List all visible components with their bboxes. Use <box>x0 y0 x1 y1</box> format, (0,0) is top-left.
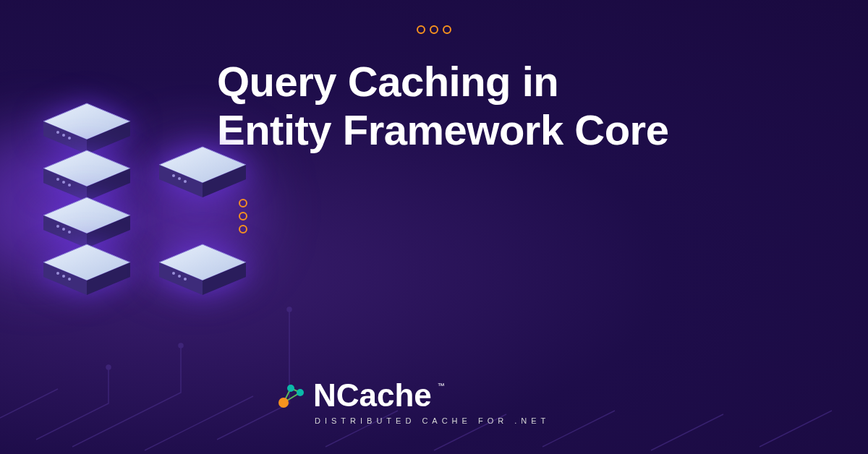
top-circles-decoration <box>417 25 451 34</box>
svg-point-30 <box>172 174 175 177</box>
ncache-logo-icon <box>275 380 307 412</box>
title-line-1: Query Caching in <box>217 58 668 106</box>
server-illustration <box>14 100 304 403</box>
svg-point-13 <box>62 181 65 184</box>
svg-point-31 <box>178 177 181 180</box>
brand-name-text: NCache <box>313 377 432 413</box>
svg-point-12 <box>56 178 59 181</box>
svg-point-37 <box>178 275 181 278</box>
circle-outline-icon <box>443 25 451 34</box>
svg-point-26 <box>68 278 71 280</box>
svg-point-7 <box>62 134 65 137</box>
brand-name: NCache ™ <box>313 377 432 414</box>
server-box-icon <box>152 241 253 306</box>
svg-point-38 <box>184 278 187 280</box>
svg-point-19 <box>62 228 65 231</box>
server-box-icon <box>36 241 137 306</box>
circle-outline-icon <box>417 25 425 34</box>
svg-point-36 <box>172 272 175 275</box>
svg-point-24 <box>56 272 59 275</box>
circle-outline-icon <box>430 25 438 34</box>
svg-point-43 <box>287 385 294 392</box>
svg-point-42 <box>278 398 289 408</box>
svg-point-18 <box>56 225 59 228</box>
server-box-icon <box>152 143 253 208</box>
svg-point-8 <box>68 137 71 140</box>
svg-point-6 <box>56 131 59 134</box>
brand-logo: NCache ™ Distributed Cache for .NET <box>275 377 550 425</box>
trademark-symbol: ™ <box>438 382 445 390</box>
svg-point-44 <box>297 389 304 396</box>
svg-point-25 <box>62 275 65 278</box>
svg-point-32 <box>184 180 187 183</box>
svg-point-14 <box>68 184 71 187</box>
brand-tagline: Distributed Cache for .NET <box>315 416 550 425</box>
svg-point-20 <box>68 231 71 234</box>
